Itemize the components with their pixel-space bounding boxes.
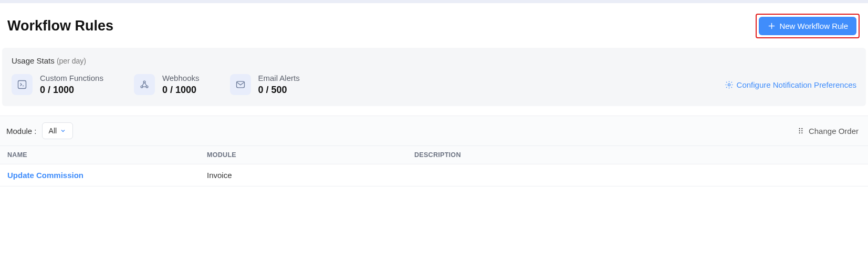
module-selected: All <box>49 127 57 135</box>
usage-subtitle: (per day) <box>57 57 86 65</box>
col-description: DESCRIPTION <box>414 151 861 159</box>
stat-value: 0 / 1000 <box>162 85 200 96</box>
stat-value: 0 / 1000 <box>40 85 103 96</box>
rule-name-link[interactable]: Update Commission <box>7 171 207 180</box>
rule-module: Invoice <box>207 171 414 180</box>
change-order-button[interactable]: Change Order <box>797 127 859 136</box>
svg-point-11 <box>799 130 800 131</box>
module-filter: Module : All <box>6 122 73 139</box>
usage-body: Custom Functions 0 / 1000 Webhooks 0 / 1… <box>12 74 856 96</box>
usage-stats-title: Usage Stats (per day) <box>12 56 856 65</box>
gear-icon <box>725 80 734 89</box>
drag-handle-icon <box>797 127 804 134</box>
usage-stats-list: Custom Functions 0 / 1000 Webhooks 0 / 1… <box>12 74 300 96</box>
module-select[interactable]: All <box>42 122 74 139</box>
svg-point-9 <box>799 128 800 129</box>
svg-point-8 <box>728 84 730 86</box>
page-header: Workflow Rules New Workflow Rule <box>0 3 868 48</box>
svg-point-12 <box>801 130 802 131</box>
webhook-icon <box>134 74 155 95</box>
svg-point-5 <box>141 86 143 88</box>
usage-stats-panel: Usage Stats (per day) Custom Functions 0… <box>2 48 866 106</box>
new-workflow-rule-button[interactable]: New Workflow Rule <box>759 17 856 35</box>
workflow-table: NAME MODULE DESCRIPTION Update Commissio… <box>0 146 868 186</box>
module-label: Module : <box>6 127 37 136</box>
svg-point-13 <box>799 132 800 133</box>
change-order-label: Change Order <box>809 127 859 136</box>
stat-email-alerts: Email Alerts 0 / 500 <box>230 74 300 96</box>
stat-label: Webhooks <box>162 74 200 82</box>
table-row: Update Commission Invoice <box>0 164 868 186</box>
col-name: NAME <box>7 151 207 159</box>
page-title: Workflow Rules <box>7 18 113 34</box>
svg-point-10 <box>801 128 802 129</box>
col-module: MODULE <box>207 151 414 159</box>
new-button-label: New Workflow Rule <box>779 22 848 30</box>
chevron-down-icon <box>60 128 66 134</box>
svg-point-6 <box>146 86 148 88</box>
mail-icon <box>230 74 251 95</box>
svg-point-4 <box>143 81 145 83</box>
stat-label: Email Alerts <box>258 74 300 82</box>
svg-point-14 <box>801 132 802 133</box>
new-rule-highlight: New Workflow Rule <box>756 14 860 38</box>
filter-bar: Module : All Change Order <box>0 116 868 146</box>
code-icon <box>12 74 33 95</box>
plus-icon <box>767 22 776 30</box>
configure-label: Configure Notification Preferences <box>737 80 856 89</box>
stat-value: 0 / 500 <box>258 85 300 96</box>
table-header: NAME MODULE DESCRIPTION <box>0 146 868 164</box>
configure-notifications-link[interactable]: Configure Notification Preferences <box>725 80 856 89</box>
stat-custom-functions: Custom Functions 0 / 1000 <box>12 74 103 96</box>
stat-label: Custom Functions <box>40 74 103 82</box>
usage-title-text: Usage Stats <box>12 56 55 65</box>
stat-webhooks: Webhooks 0 / 1000 <box>134 74 200 96</box>
